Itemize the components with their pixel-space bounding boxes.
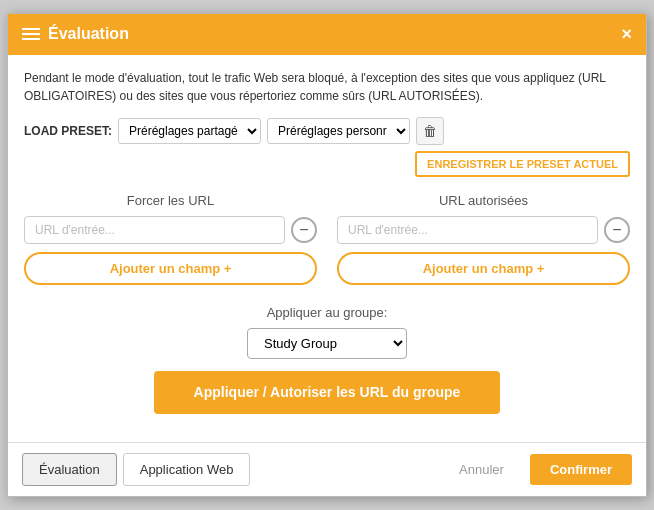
cancel-button[interactable]: Annuler [439, 454, 524, 485]
modal-footer: Évaluation Application Web Annuler Confi… [8, 442, 646, 496]
delete-preset-button[interactable]: 🗑 [416, 117, 444, 145]
group-select[interactable]: Study Group [247, 328, 407, 359]
forced-url-column: Forcer les URL − Ajouter un champ + [24, 193, 317, 285]
authorized-url-column: URL autorisées − Ajouter un champ + [337, 193, 630, 285]
hamburger-icon[interactable] [22, 28, 40, 40]
forced-url-input[interactable] [24, 216, 285, 244]
header-left: Évaluation [22, 25, 129, 43]
authorized-url-add-button[interactable]: Ajouter un champ + [337, 252, 630, 285]
modal-header: Évaluation × [8, 14, 646, 55]
forced-url-minus-button[interactable]: − [291, 217, 317, 243]
shared-preset-select[interactable]: Préréglages partagé [118, 118, 261, 144]
modal-title: Évaluation [48, 25, 129, 43]
close-icon[interactable]: × [621, 24, 632, 45]
apply-group-button[interactable]: Appliquer / Autoriser les URL du groupe [154, 371, 501, 415]
confirm-button[interactable]: Confirmer [530, 454, 632, 485]
save-preset-button[interactable]: ENREGISTRER LE PRESET ACTUEL [415, 151, 630, 177]
tab-application-web[interactable]: Application Web [123, 453, 251, 486]
authorized-url-input-row: − [337, 216, 630, 244]
authorized-url-title: URL autorisées [337, 193, 630, 208]
modal: Évaluation × Pendant le mode d'évaluatio… [7, 13, 647, 498]
trash-icon: 🗑 [423, 123, 437, 139]
url-columns: Forcer les URL − Ajouter un champ + URL … [24, 193, 630, 285]
group-label: Appliquer au groupe: [267, 305, 388, 320]
forced-url-input-row: − [24, 216, 317, 244]
description-text: Pendant le mode d'évaluation, tout le tr… [24, 69, 630, 105]
modal-body: Pendant le mode d'évaluation, tout le tr… [8, 55, 646, 443]
personal-preset-select[interactable]: Préréglages personr [267, 118, 410, 144]
load-preset-label: LOAD PRESET: [24, 124, 112, 138]
tab-evaluation[interactable]: Évaluation [22, 453, 117, 486]
authorized-url-input[interactable] [337, 216, 598, 244]
forced-url-add-button[interactable]: Ajouter un champ + [24, 252, 317, 285]
authorized-url-minus-button[interactable]: − [604, 217, 630, 243]
load-preset-row: LOAD PRESET: Préréglages partagé Prérégl… [24, 117, 630, 177]
forced-url-title: Forcer les URL [24, 193, 317, 208]
group-section: Appliquer au groupe: Study Group Appliqu… [24, 305, 630, 415]
